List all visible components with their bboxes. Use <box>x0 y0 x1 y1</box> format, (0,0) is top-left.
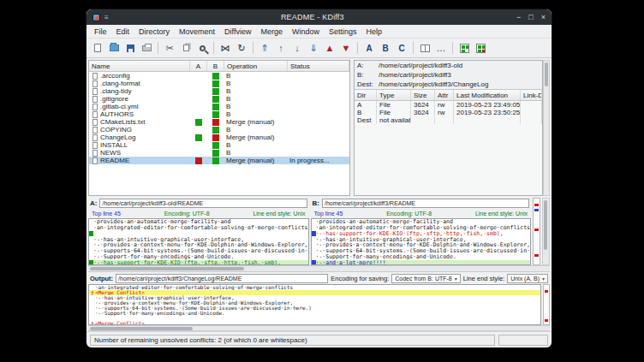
new-document-icon-shape <box>94 44 101 52</box>
dir-row-.gitlab-ci.yml[interactable]: .gitlab-ci.ymlB <box>89 103 349 110</box>
dir-row-INSTALL[interactable]: INSTALLB <box>89 141 349 149</box>
dir-row-.gitignore[interactable]: .gitignoreB <box>89 95 349 103</box>
output-content[interactable]: ·an·integrated·editor·for·comfortable·so… <box>88 284 541 325</box>
next-delta-icon[interactable]: ↓ <box>289 40 305 56</box>
close-button[interactable]: × <box>541 13 546 21</box>
info-column-dir[interactable]: Dir <box>355 90 377 100</box>
menu-item-movement[interactable]: Movement <box>175 27 219 37</box>
a-status-square <box>195 157 202 164</box>
menu-item-settings[interactable]: Settings <box>325 27 361 37</box>
pane-a-path[interactable]: /home/carl/project/kdiff3-old/README <box>99 199 307 208</box>
diff-line[interactable]: ·an·integrated·editor·for·comfortable·so… <box>89 225 308 231</box>
pane-b-path[interactable]: /home/carl/project/kdiff3/README <box>322 199 529 208</box>
info-column-attr[interactable]: Attr <box>435 90 454 100</box>
info-cell: rw <box>435 109 454 116</box>
info-vscrollbar[interactable] <box>543 60 550 196</box>
diff-line[interactable]: ·-·supports·64-bit·systems.·(Some·build·… <box>89 248 308 254</box>
diff-line[interactable]: ·-·Support·for·many·encodings·and·Unicod… <box>89 254 308 260</box>
dir-row-.clang-format[interactable]: .clang-formatB <box>89 80 349 87</box>
diff-line[interactable]: ·provides·an·automatic·merge·facility·an… <box>89 219 308 225</box>
dir-column-b[interactable]: B <box>207 61 224 71</box>
menu-item-help[interactable]: Help <box>361 27 386 37</box>
copy-icon[interactable] <box>178 40 194 56</box>
prev-delta-icon[interactable]: ↑ <box>273 40 289 56</box>
dir-column-a[interactable]: A <box>190 61 207 71</box>
go-current-delta-icon[interactable]: ⋈ <box>218 40 233 56</box>
last-delta-icon[interactable]: ⇓ <box>306 40 321 56</box>
dir-row-COPYING[interactable]: COPYINGB <box>89 126 349 134</box>
copy-icon-shape <box>183 45 189 51</box>
diff-line[interactable]: ·-·Support·for·many·encodings·and·Unicod… <box>312 254 531 260</box>
new-document-icon[interactable] <box>90 40 105 56</box>
dir-row-.clang-tidy[interactable]: .clang-tidyB <box>89 87 349 95</box>
dir-column-operation[interactable]: Operation <box>224 61 288 71</box>
info-column-last-modification[interactable]: Last Modification <box>454 90 521 100</box>
diff-line[interactable]: ·provides·an·automatic·merge·facility·an… <box>312 219 531 225</box>
titlebar[interactable]: ≡ README - KDiff3 − □ × <box>86 9 552 25</box>
encoding-select[interactable]: Codec from B: UTF-8 ▾ <box>391 274 461 283</box>
choose-c-icon[interactable]: C <box>394 40 409 56</box>
menu-item-directory[interactable]: Directory <box>134 27 174 37</box>
diff-line[interactable] <box>89 231 308 237</box>
menu-item-window[interactable]: Window <box>288 27 324 37</box>
output-hscrollbar[interactable] <box>88 325 550 331</box>
diff-hscrollbar-thumb[interactable] <box>90 267 244 270</box>
maximize-button[interactable]: □ <box>528 13 533 21</box>
output-overview-column[interactable] <box>543 284 550 325</box>
info-column-link-destination[interactable]: Link-Destination <box>521 90 542 100</box>
dir-merge-icon[interactable] <box>473 40 488 56</box>
prev-conflict-icon[interactable]: ▲ <box>322 40 337 56</box>
diff-line[interactable]: ·-·supports·64-bit·systems.·(Some·build·… <box>312 248 531 254</box>
diff-vscrollbar[interactable] <box>542 198 550 265</box>
choose-b-icon[interactable]: B <box>378 40 393 56</box>
info-column-size[interactable]: Size <box>411 90 435 100</box>
diff-line[interactable]: ·-·has·an·intuitive·graphical·user·inter… <box>312 236 531 242</box>
diff-vscrollbar-thumb[interactable] <box>544 200 547 250</box>
dir-row-.arcconfig[interactable]: .arcconfigB <box>89 72 349 80</box>
dir-row-README[interactable]: READMEMerge (manual)In progress... <box>89 157 349 164</box>
diff-line[interactable]: ·-·has·support·for·KDE-KIO·(ftp,·sftp,·h… <box>312 231 531 237</box>
dir-row-CMakeLists.txt[interactable]: CMakeLists.txtMerge (manual) <box>89 118 349 126</box>
lineend-select[interactable]: Unix (A, B) ▾ <box>507 274 548 283</box>
cut-icon[interactable]: ✂ <box>162 40 177 56</box>
first-delta-icon[interactable]: ⇑ <box>257 40 272 56</box>
info-column-type[interactable]: Type <box>377 90 411 100</box>
b-status-cell <box>207 87 224 95</box>
choose-a-icon[interactable]: A <box>361 40 377 56</box>
print-icon[interactable] <box>139 40 154 56</box>
statusbar: Number of remaining unsolved conflicts: … <box>86 331 552 347</box>
output-hscrollbar-thumb[interactable] <box>90 327 193 330</box>
file-icon <box>92 80 98 87</box>
diff-a-content[interactable]: ·provides·an·automatic·merge·facility·an… <box>88 218 309 265</box>
menu-item-file[interactable]: File <box>90 27 111 37</box>
diff-b-content[interactable]: ·provides·an·automatic·merge·facility·an… <box>311 218 532 265</box>
dir-column-status[interactable]: Status <box>288 61 349 71</box>
open-folder-icon[interactable] <box>106 40 122 56</box>
a-status-cell <box>190 103 207 110</box>
diff-line[interactable]: ·-·provides·a·context·menu·for·KDE-Dolph… <box>89 242 308 248</box>
menu-item-merge[interactable]: Merge <box>256 27 287 37</box>
overflow-icon[interactable]: … <box>433 40 449 56</box>
diff-line[interactable]: ·-·provides·a·context·menu·for·KDE-Dolph… <box>312 242 531 248</box>
reload-icon[interactable]: ↻ <box>234 40 249 56</box>
minimize-button[interactable]: − <box>516 13 521 21</box>
save-icon[interactable] <box>122 40 138 56</box>
menu-item-diffview[interactable]: Diffview <box>220 27 255 37</box>
dir-compare-icon[interactable] <box>456 40 472 56</box>
diff-line[interactable]: ·-·has·an·intuitive·graphical·user·inter… <box>89 236 308 242</box>
dir-row-NEWS[interactable]: NEWSB <box>89 149 349 157</box>
menu-item-edit[interactable]: Edit <box>112 27 134 37</box>
find-icon[interactable] <box>194 40 210 56</box>
encoding-select-value: Codec from B: UTF-8 <box>395 276 452 282</box>
split-view-icon[interactable] <box>417 40 432 56</box>
dir-column-name[interactable]: Name <box>89 61 190 71</box>
info-vscrollbar-thumb[interactable] <box>545 62 548 86</box>
dir-row-AUTHORS[interactable]: AUTHORSB <box>89 110 349 118</box>
overview-column[interactable] <box>533 198 540 265</box>
next-conflict-icon[interactable]: ▼ <box>338 40 354 56</box>
dir-row-ChangeLog[interactable]: ChangeLogMerge (manual) <box>89 134 349 141</box>
diff-line[interactable]: ·an·integrated·editor·for·comfortable·so… <box>312 225 531 231</box>
info-cell <box>521 101 542 109</box>
diff-hscrollbar[interactable] <box>88 265 550 272</box>
output-path[interactable]: /home/carl/project/kdiff3/ChangeLog/READ… <box>116 274 328 283</box>
